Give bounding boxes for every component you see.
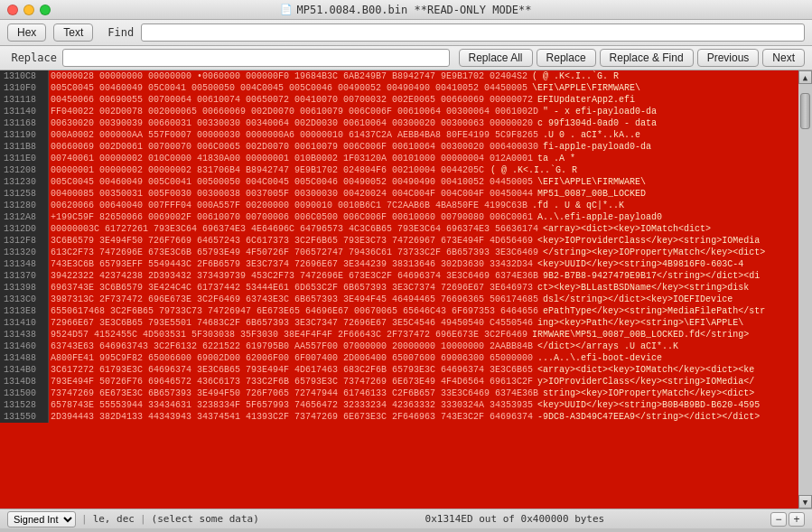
- bytes-cell[interactable]: 73747269 6E673E3C 6B657393 3E494F50 726F…: [49, 387, 540, 399]
- text-cell[interactable]: ing><key>Path</key><string>\EFI\APPLE\: [535, 317, 798, 329]
- text-cell[interactable]: ta .A *: [535, 153, 798, 164]
- text-cell[interactable]: -9DC8-A3D49C47EEA9</string></dict></dict…: [535, 411, 798, 423]
- text-cell[interactable]: \EFI\APPLE\FIRMWARE\: [529, 82, 798, 94]
- text-cell[interactable]: .U 0 . aCI*..kA..e: [540, 129, 798, 141]
- minimize-button[interactable]: [23, 5, 34, 15]
- table-row[interactable]: 13111800450066 00690055 00700064 0061007…: [0, 94, 798, 106]
- text-cell[interactable]: MP51_0087_00B_LOCKED: [535, 188, 798, 200]
- bytes-cell[interactable]: 63743E63 646963743 3C2F6132 6221522 6197…: [49, 341, 535, 352]
- table-row[interactable]: 1312F83C6B6579 3E494F50 726F7669 6465724…: [0, 235, 798, 247]
- table-row[interactable]: 13146063743E63 646963743 3C2F6132 622152…: [0, 341, 798, 352]
- bytes-cell[interactable]: 00630020 00390039 00660031 00330030 0034…: [49, 117, 535, 129]
- text-cell[interactable]: <key>UUID</key><string>B0B4B9BD-B620-459…: [535, 399, 798, 411]
- previous-button[interactable]: Previous: [697, 49, 760, 67]
- text-cell[interactable]: </dict></arrays .U aCI*..K: [535, 341, 798, 352]
- table-row[interactable]: 131348743E3C6B 65793EFF 5549443C 2F6B657…: [0, 258, 798, 270]
- bytes-cell[interactable]: 00400085 00350031 005F0030 00300038 0037…: [49, 188, 535, 200]
- bytes-cell[interactable]: 6963743E 3C6B6579 3E424C4C 61737442 5344…: [49, 282, 535, 294]
- table-row[interactable]: 1311E000740061 00000002 010C0000 41830A0…: [0, 153, 798, 164]
- bytes-cell[interactable]: 000A0002 000000AA 557F0007 00000030 0000…: [49, 129, 540, 141]
- text-cell[interactable]: IRMWARE\MP51_0087_00B_LOCKED.fd</string>: [529, 329, 798, 341]
- table-row[interactable]: 1311B800660069 002D0061 00700070 006C006…: [0, 141, 798, 153]
- text-cell[interactable]: </string><key>IOPropertyMatch</key><dict…: [540, 247, 798, 258]
- scroll-up-button[interactable]: ▲: [798, 70, 812, 84]
- table-row[interactable]: 13128000620066 00640040 007FFF04 000A557…: [0, 200, 798, 211]
- table-row[interactable]: 131488A800FE41 995C9F82 65006600 69002D0…: [0, 352, 798, 364]
- table-row[interactable]: 1310F0005C0045 00460049 05C0041 00500050…: [0, 82, 798, 94]
- text-cell[interactable]: string><key>IOPropertyMatch</key><dict>: [540, 387, 798, 399]
- replace-find-button[interactable]: Replace & Find: [600, 49, 694, 67]
- bytes-cell[interactable]: 613C2F73 7472696E 673E3C6B 65793E49 4F50…: [49, 247, 540, 258]
- text-cell[interactable]: fi-apple-payload0-da: [540, 141, 798, 153]
- hex-button[interactable]: Hex: [7, 23, 46, 42]
- table-row[interactable]: 1314389524D57 4152455C 4D503531 5F303038…: [0, 329, 798, 341]
- table-row[interactable]: 1315286578743E 55553944 33434631 3238334…: [0, 399, 798, 411]
- bytes-cell[interactable]: 9524D57 4152455C 4D503531 5F303038 35F30…: [49, 329, 529, 341]
- bytes-cell[interactable]: 00660069 002D0061 00700070 006C0065 002D…: [49, 141, 540, 153]
- bytes-cell[interactable]: 6550617468 3C2F6B65 79733C73 74726947 6E…: [49, 305, 540, 317]
- bytes-cell[interactable]: 3C6B6579 3E494F50 726F7669 64657243 6C61…: [49, 235, 535, 247]
- table-row[interactable]: 131190000A0002 000000AA 557F0007 0000003…: [0, 129, 798, 141]
- text-cell[interactable]: 9B2-B7B8-9427479E9B17</string></dict><di: [540, 270, 798, 282]
- text-cell[interactable]: <array><dict><key>IOMatch<dict>: [540, 223, 798, 235]
- bytes-cell[interactable]: 743E3C6B 65793EFF 5549443C 2F6B6579 3E3C…: [49, 258, 535, 270]
- replace-input[interactable]: [62, 49, 450, 67]
- bytes-cell[interactable]: 00000003C 61727261 793E3C64 696374E3 4E6…: [49, 223, 540, 235]
- maximize-button[interactable]: [40, 5, 51, 15]
- text-cell[interactable]: \EFI\APPLE\FIRMWARE\: [535, 176, 798, 188]
- table-row[interactable]: 1314D8793E494F 50726F76 69646572 436C617…: [0, 376, 798, 387]
- bytes-cell[interactable]: A800FE41 995C9F82 65006600 69002D00 6200…: [49, 352, 535, 364]
- text-cell[interactable]: EFIUpdaterApp2.efi: [535, 94, 798, 106]
- table-row[interactable]: 1315502D394443 382D4133 44343943 3437454…: [0, 411, 798, 423]
- bytes-cell[interactable]: +199C59F 82650066 0069002F 00610070 0070…: [49, 211, 535, 223]
- zoom-out-button[interactable]: −: [770, 512, 787, 527]
- bytes-cell[interactable]: 6578743E 55553944 33434631 3238334F 5F65…: [49, 399, 535, 411]
- bytes-cell[interactable]: 2D394443 382D4133 44343943 34374541 4139…: [49, 411, 535, 423]
- replace-all-button[interactable]: Replace All: [459, 49, 533, 67]
- bytes-cell[interactable]: 00000001 00000002 00000002 831706B4 B894…: [49, 164, 488, 176]
- text-cell[interactable]: ( @ .K<.I..`G. R: [529, 70, 798, 82]
- scroll-thumb[interactable]: [800, 93, 810, 129]
- table-row[interactable]: 131140FF040022 002D0078 002000065 006600…: [0, 106, 798, 117]
- table-row[interactable]: 1313E86550617468 3C2F6B65 79733C73 74726…: [0, 305, 798, 317]
- replace-button[interactable]: Replace: [537, 49, 596, 67]
- bytes-cell[interactable]: 39422322 42374238 2D393432 373439739 453…: [49, 270, 540, 282]
- table-row[interactable]: 13116800630020 00390039 00660031 0033003…: [0, 117, 798, 129]
- bytes-cell[interactable]: 72966E67 3E3C6B65 793E5501 74683C2F 6B65…: [49, 317, 535, 329]
- table-row[interactable]: 1312A8+199C59F 82650066 0069002F 0061007…: [0, 211, 798, 223]
- bytes-cell[interactable]: FF040022 002D0078 002000065 00660069 002…: [49, 106, 540, 117]
- table-row[interactable]: 1313C03987313C 2F737472 696E673E 3C2F646…: [0, 294, 798, 305]
- bytes-cell[interactable]: 00620066 00640040 007FFF04 000A557F 0020…: [49, 200, 529, 211]
- bytes-cell[interactable]: 3C617272 61793E3C 64696374 3E3C6B65 793E…: [49, 364, 535, 376]
- text-cell[interactable]: y>IOProviderClass</key><string>IOMedia</: [535, 376, 798, 387]
- text-cell[interactable]: ePathType</key><string>MediaFilePath</st…: [540, 305, 798, 317]
- text-cell[interactable]: c 99f1304d-0ad0 - data: [535, 117, 798, 129]
- zoom-in-button[interactable]: +: [789, 512, 805, 527]
- find-input[interactable]: [141, 23, 805, 42]
- table-row[interactable]: 13120800000001 00000002 00000002 831706B…: [0, 164, 798, 176]
- type-select[interactable]: Signed Int: [7, 511, 76, 527]
- bytes-cell[interactable]: 793E494F 50726F76 69646572 436C6173 733C…: [49, 376, 535, 387]
- hex-text-view[interactable]: 1310C800000028 00000000 00000000 •006000…: [0, 70, 798, 509]
- text-cell[interactable]: ...A..\.efi-boot-device: [535, 352, 798, 364]
- text-cell[interactable]: A..\.efi-apple-payload0: [535, 211, 798, 223]
- table-row[interactable]: 13125800400085 00350031 005F0030 0030003…: [0, 188, 798, 200]
- table-row[interactable]: 1312D000000003C 61727261 793E3C64 696374…: [0, 223, 798, 235]
- vertical-scrollbar[interactable]: ▲ ▼: [798, 70, 812, 509]
- table-row[interactable]: 1310C800000028 00000000 00000000 •006000…: [0, 70, 798, 82]
- bytes-cell[interactable]: 00450066 00690055 00700064 00610074 0065…: [49, 94, 535, 106]
- text-cell[interactable]: <key>IOProviderClass</key><string>IOMedi…: [535, 235, 798, 247]
- next-button[interactable]: Next: [762, 49, 805, 67]
- text-cell[interactable]: <array><dict><key>IOMatch</key><dict><ke: [535, 364, 798, 376]
- bytes-cell[interactable]: 005C0045 00460049 005C0041 00500050 004C…: [49, 176, 535, 188]
- table-row[interactable]: 13141072966E67 3E3C6B65 793E5501 74683C2…: [0, 317, 798, 329]
- table-row[interactable]: 131320613C2F73 7472696E 673E3C6B 65793E4…: [0, 247, 798, 258]
- text-cell[interactable]: ( @ .K<.I..`G. R: [488, 164, 798, 176]
- bytes-cell[interactable]: 3987313C 2F737472 696E673E 3C2F6469 6374…: [49, 294, 540, 305]
- scroll-down-button[interactable]: ▼: [798, 495, 812, 509]
- text-cell[interactable]: " - x efi-payload0-da: [540, 106, 798, 117]
- bytes-cell[interactable]: 00000028 00000000 00000000 •0060000 0000…: [49, 70, 529, 82]
- scroll-track[interactable]: [798, 84, 812, 495]
- bytes-cell[interactable]: 005C0045 00460049 05C0041 00500050 004C0…: [49, 82, 529, 94]
- text-button[interactable]: Text: [53, 23, 93, 42]
